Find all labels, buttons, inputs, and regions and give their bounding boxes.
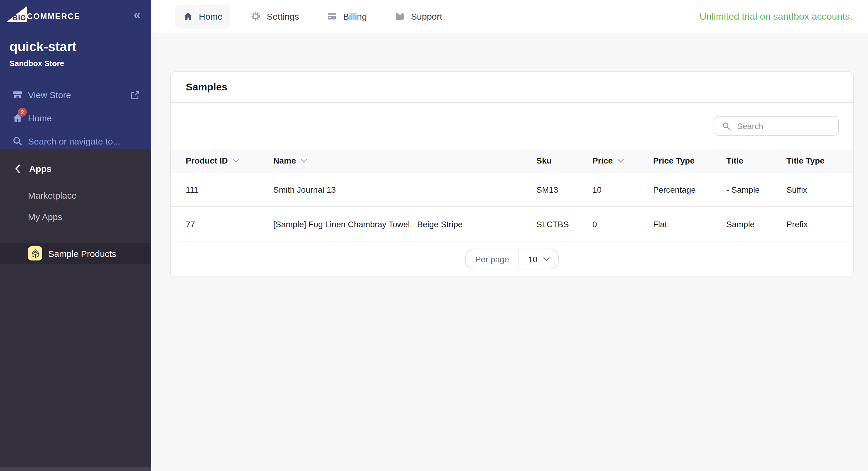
nav-tab-label: Support — [411, 11, 442, 22]
panel-header: Samples — [171, 72, 853, 103]
sidebar-item-marketplace[interactable]: Marketplace — [0, 184, 151, 206]
sort-chevron-icon — [233, 159, 239, 163]
table-footer: Per page 10 — [171, 241, 853, 276]
sidebar-search-placeholder: Search or navigate to... — [28, 136, 120, 146]
sidebar: BIG COMMERCE « quick-start Sandbox Store… — [0, 0, 151, 471]
nav-tab-billing[interactable]: Billing — [318, 4, 374, 28]
cell-sku: SLCTBS — [536, 219, 592, 229]
cell-price-type: Flat — [653, 219, 726, 229]
column-header-title-type: Title Type — [786, 156, 839, 165]
collapse-sidebar-icon[interactable]: « — [134, 8, 141, 21]
sidebar-apps-section: Apps Marketplace My Apps Sample Products — [0, 149, 151, 471]
sidebar-item-view-store[interactable]: View Store — [0, 83, 151, 106]
table-search[interactable] — [714, 116, 839, 136]
table-toolbar — [171, 103, 853, 149]
sample-products-app-icon — [28, 246, 42, 261]
sidebar-item-home[interactable]: 2 Home — [0, 106, 151, 130]
nav-tab-label: Billing — [343, 11, 367, 22]
column-header-price-type: Price Type — [653, 156, 726, 165]
nav-tab-settings[interactable]: Settings — [242, 4, 307, 28]
cell-price: 10 — [592, 184, 653, 194]
cell-title: Sample - — [726, 219, 786, 229]
sort-chevron-icon — [618, 159, 624, 163]
bigcommerce-admin: BIG COMMERCE « quick-start Sandbox Store… — [0, 0, 868, 471]
per-page-selector[interactable]: Per page 10 — [465, 248, 559, 269]
nav-tab-home[interactable]: Home — [175, 4, 230, 28]
external-link-icon[interactable] — [130, 90, 141, 100]
nav-tab-label: Settings — [267, 11, 299, 22]
sort-chevron-icon — [301, 159, 307, 163]
cell-title: - Sample — [726, 184, 786, 194]
top-navigation: Home Settings Billing — [151, 0, 868, 33]
table-row[interactable]: 111 Smith Journal 13 SM13 10 Percentage … — [171, 172, 853, 207]
back-chevron-icon — [14, 164, 21, 173]
sidebar-item-my-apps[interactable]: My Apps — [0, 206, 151, 227]
cell-title-type: Prefix — [786, 219, 839, 229]
cell-name: [Sample] Fog Linen Chambray Towel - Beig… — [273, 219, 536, 229]
per-page-label: Per page — [466, 249, 519, 269]
apps-section-title: Apps — [29, 164, 52, 174]
gear-icon — [250, 11, 261, 22]
main-area: Home Settings Billing — [151, 0, 868, 471]
content-area: Samples Product ID — [151, 33, 868, 471]
page-title: Samples — [186, 81, 227, 93]
nav-tab-support[interactable]: Support — [387, 4, 450, 28]
search-input[interactable] — [736, 121, 828, 131]
cell-title-type: Suffix — [786, 184, 839, 194]
cell-sku: SM13 — [536, 184, 592, 194]
logo-big-text: BIG — [12, 13, 26, 22]
table-header-row: Product ID Name Sku Price — [171, 149, 853, 172]
column-header-sku: Sku — [536, 156, 592, 165]
cell-price-type: Percentage — [653, 184, 726, 194]
samples-panel: Samples Product ID — [170, 71, 854, 277]
per-page-value[interactable]: 10 — [519, 249, 558, 269]
nav-tab-label: Home — [199, 11, 223, 22]
bigcommerce-logo-triangle: BIG — [6, 6, 27, 22]
sidebar-item-sample-products[interactable]: Sample Products — [0, 243, 151, 264]
store-type-label: Sandbox Store — [0, 59, 151, 68]
credit-card-icon — [326, 11, 338, 22]
chevron-down-icon — [542, 257, 550, 261]
cell-product-id: 111 — [186, 184, 273, 194]
search-icon — [721, 121, 731, 131]
column-header-product-id[interactable]: Product ID — [186, 156, 273, 165]
home-icon — [183, 11, 193, 22]
sidebar-nav: View Store 2 Home — [0, 83, 151, 153]
sidebar-store-section: BIG COMMERCE « quick-start Sandbox Store… — [0, 0, 151, 149]
sidebar-item-label: Sample Products — [48, 248, 116, 259]
bigcommerce-logo: BIG COMMERCE — [6, 6, 81, 22]
column-header-price[interactable]: Price — [592, 156, 653, 165]
notification-badge: 2 — [18, 108, 27, 116]
logo-commerce-text: COMMERCE — [27, 11, 81, 21]
cell-price: 0 — [592, 219, 653, 229]
storefront-icon — [12, 89, 23, 101]
sidebar-bottom-strip — [0, 467, 151, 471]
cell-product-id: 77 — [186, 219, 273, 229]
sidebar-item-label: View Store — [28, 90, 71, 100]
table-row[interactable]: 77 [Sample] Fog Linen Chambray Towel - B… — [171, 207, 853, 241]
column-header-name[interactable]: Name — [273, 156, 536, 165]
store-name: quick-start — [0, 39, 151, 55]
support-tray-icon — [395, 11, 406, 22]
apps-header[interactable]: Apps — [14, 164, 142, 174]
column-header-title: Title — [726, 156, 786, 165]
cell-name: Smith Journal 13 — [273, 184, 536, 194]
search-icon — [12, 136, 23, 147]
trial-status-message: Unlimited trial on sandbox accounts. — [700, 11, 852, 22]
sidebar-item-label: Home — [28, 113, 52, 123]
